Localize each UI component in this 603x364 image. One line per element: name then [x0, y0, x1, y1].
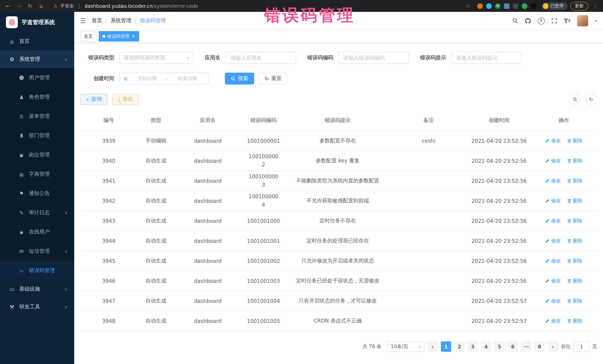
bookmark-star-icon[interactable]: ☆ — [464, 3, 472, 9]
delete-link[interactable]: 删除 — [567, 197, 582, 204]
sidebar-submenu-item[interactable]: 部门管理 — [0, 126, 74, 145]
delete-link[interactable]: 删除 — [567, 157, 582, 164]
extension-icon[interactable] — [522, 3, 527, 9]
export-button[interactable]: ↓ 导出 — [112, 94, 139, 105]
cell-remark — [390, 171, 468, 191]
sidebar-submenu-item[interactable]: 角色管理 — [0, 88, 74, 107]
delete-link[interactable]: 删除 — [567, 257, 582, 264]
home-icon[interactable]: ⌂ — [37, 3, 45, 9]
delete-link[interactable]: 删除 — [567, 298, 582, 304]
delete-link[interactable]: 删除 — [567, 318, 582, 324]
update-button[interactable]: 更新 — [570, 2, 588, 10]
edit-link[interactable]: 修改 — [545, 157, 561, 164]
system-submenu: 用户管理 角色管理 菜单管理 部门管理 — [0, 68, 74, 280]
prev-page-button[interactable]: ‹ — [428, 342, 438, 352]
sidebar-submenu-item[interactable]: 用户管理 — [0, 68, 74, 88]
error-code-input[interactable] — [338, 52, 409, 64]
edit-link[interactable]: 修改 — [545, 237, 561, 244]
extension-icon[interactable] — [504, 3, 510, 9]
avatar[interactable] — [577, 15, 588, 26]
reset-button-label: 重置 — [271, 75, 281, 82]
page-number-button[interactable]: 6 — [508, 342, 518, 352]
page-number-button[interactable]: 8 — [534, 342, 545, 352]
sidebar-submenu-item[interactable]: 短信管理 — [0, 242, 74, 261]
extension-icon[interactable]: V — [495, 3, 500, 9]
edit-link[interactable]: 修改 — [545, 318, 561, 324]
sidebar-submenu-item[interactable]: 岗位管理 — [0, 145, 74, 165]
browser-menu-dots-icon[interactable]: ⋮ — [591, 3, 599, 9]
sidebar-submenu-item[interactable]: 审计日志 — [0, 203, 74, 222]
page-number-button[interactable]: 1 — [441, 342, 451, 352]
error-hint-input[interactable] — [451, 52, 522, 64]
cell-id: 3945 — [80, 251, 137, 271]
github-icon[interactable] — [524, 18, 531, 24]
page-number-button[interactable]: 5 — [494, 342, 505, 352]
edit-link[interactable]: 修改 — [545, 197, 561, 204]
refresh-table-button[interactable]: ↻ — [585, 93, 597, 105]
search-button[interactable]: 搜索 — [225, 73, 254, 85]
page-number-button[interactable]: ··· — [521, 342, 531, 352]
sidebar-group-system[interactable]: 系统管理 — [0, 50, 74, 68]
reload-icon[interactable]: ↻ — [26, 3, 34, 9]
edit-link[interactable]: 修改 — [545, 217, 561, 224]
cell-type: 自动生成 — [137, 251, 174, 271]
page-size-select[interactable]: 10条/页 — [387, 342, 425, 352]
sidebar-submenu-item[interactable]: 通知公告 — [0, 184, 74, 203]
delete-link[interactable]: 删除 — [567, 277, 582, 284]
sidebar-item-home[interactable]: 首页 — [0, 33, 74, 50]
delete-link[interactable]: 删除 — [567, 237, 582, 244]
tab-home[interactable]: 首页 — [80, 31, 96, 42]
tab-error-code[interactable]: 错误码管理 — [99, 31, 139, 42]
extension-icon[interactable] — [477, 3, 483, 9]
address-bar[interactable]: dashboard.yudao.iocoder.cn/system/error-… — [85, 3, 461, 9]
search-icon[interactable] — [512, 18, 518, 24]
sidebar-toggle-icon[interactable]: ☰ — [80, 17, 86, 24]
sidebar-submenu-item[interactable]: 在线用户 — [0, 222, 74, 242]
extension-icon[interactable]: on — [513, 3, 518, 9]
error-type-select[interactable]: 请选择错误码类型 — [119, 52, 194, 64]
edit-link[interactable]: 修改 — [545, 298, 561, 304]
delete-link[interactable]: 删除 — [567, 137, 582, 144]
next-page-button[interactable]: › — [548, 342, 558, 352]
font-size-icon[interactable]: TT — [564, 17, 570, 24]
cell-actions: 修改 删除 — [531, 211, 597, 231]
edit-link[interactable]: 修改 — [545, 277, 561, 284]
profile-chip[interactable]: 已暂停 — [541, 2, 567, 10]
help-icon[interactable]: ? — [537, 17, 545, 24]
sidebar-group-devtools[interactable]: 研发工具 — [0, 298, 74, 316]
avatar-caret-icon[interactable]: ▾ — [595, 18, 597, 23]
edit-link[interactable]: 修改 — [545, 177, 561, 184]
sidebar-group-label: 研发工具 — [19, 304, 40, 310]
extension-icon[interactable] — [486, 3, 492, 9]
edit-link[interactable]: 修改 — [545, 137, 561, 144]
breadcrumb-item[interactable]: 首页 — [92, 17, 102, 24]
close-icon[interactable] — [131, 34, 135, 39]
trash-icon — [567, 219, 571, 223]
submenu-item-label: 通知公告 — [29, 190, 50, 197]
goto-page-input[interactable] — [574, 342, 589, 352]
sidebar-submenu-item[interactable]: 菜单管理 — [0, 107, 74, 126]
page-number-button[interactable]: 2 — [454, 342, 464, 352]
page-number-button[interactable]: 3 — [468, 342, 478, 352]
extension-icon[interactable] — [531, 3, 536, 9]
delete-link[interactable]: 删除 — [567, 217, 582, 224]
reset-button[interactable]: ↻ 重置 — [259, 73, 287, 85]
security-label[interactable]: 不安全 — [60, 3, 74, 9]
toggle-search-button[interactable] — [569, 93, 581, 105]
cell-actions: 修改 删除 — [531, 171, 597, 191]
back-icon[interactable]: ← — [4, 3, 12, 9]
add-button[interactable]: + 新增 — [80, 94, 108, 105]
forward-icon[interactable]: → — [15, 3, 23, 9]
delete-link-label: 删除 — [573, 318, 582, 324]
sidebar-submenu-item[interactable]: 字典管理 — [0, 165, 74, 184]
breadcrumb-item[interactable]: 系统管理 — [111, 17, 131, 24]
delete-link[interactable]: 删除 — [567, 177, 582, 184]
create-time-range-picker[interactable]: ▦ 开始日期 - 结束日期 — [119, 73, 209, 85]
sidebar-group-infra[interactable]: 基础设施 — [0, 280, 74, 298]
pencil-icon — [545, 278, 550, 283]
fullscreen-icon[interactable] — [551, 18, 557, 24]
sidebar-submenu-item[interactable]: 错误码管理 — [0, 261, 74, 280]
edit-link[interactable]: 修改 — [545, 257, 561, 264]
page-number-button[interactable]: 4 — [481, 342, 491, 352]
app-name-input[interactable] — [226, 52, 296, 64]
